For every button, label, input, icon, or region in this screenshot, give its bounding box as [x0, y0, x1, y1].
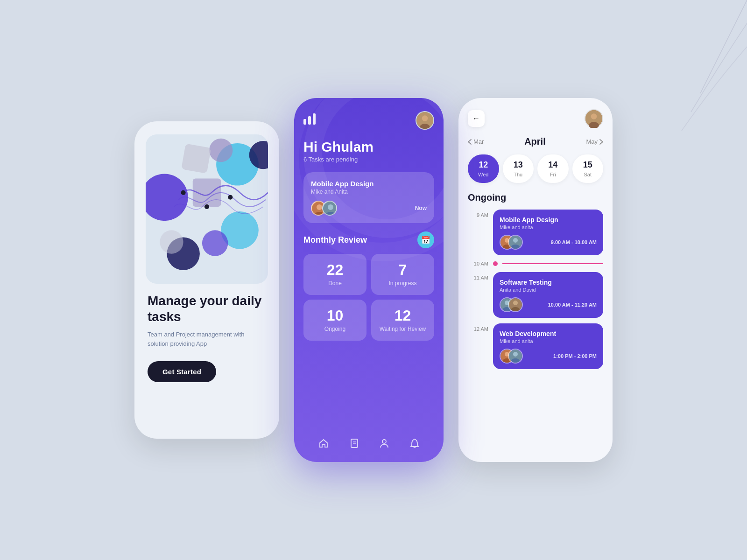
mobile-app-avatars — [500, 235, 519, 250]
software-sub: Anita and David — [500, 287, 597, 293]
svg-point-36 — [513, 238, 518, 243]
svg-point-48 — [513, 352, 518, 357]
phone-onboarding: Manage your daily tasks Team and Project… — [134, 121, 279, 439]
stat-inprogress-label: In progress — [388, 280, 416, 287]
software-card-bottom: 10.00 AM - 11.20 AM — [500, 297, 597, 312]
get-started-button[interactable]: Get Started — [148, 361, 216, 382]
svg-point-10 — [181, 190, 186, 195]
greeting-section: Hi Ghulam 6 Tasks are pending — [303, 139, 434, 163]
avatar-anita — [322, 201, 337, 216]
day-14-num: 14 — [548, 160, 557, 170]
nav-docs-icon[interactable] — [350, 438, 359, 451]
greeting-title: Hi Ghulam — [303, 139, 434, 155]
prev-month-label: Mar — [473, 138, 484, 145]
timeline-row: 10 AM — [468, 261, 603, 266]
day-15[interactable]: 15 Sat — [572, 154, 604, 183]
webdev-title: Web Development — [500, 330, 597, 337]
webdev-avatars — [500, 349, 519, 364]
mobile-app-time: 9.00 AM - 10.00 AM — [551, 239, 597, 245]
stat-ongoing[interactable]: 10 Ongoing — [303, 300, 366, 341]
monthly-header: Monthly Review 📅 — [303, 231, 434, 248]
avatar-david — [508, 297, 523, 312]
task-members: Mike and Anita — [311, 189, 427, 195]
svg-point-30 — [591, 113, 597, 119]
task-title: Mobile App Design — [311, 180, 427, 188]
mobile-app-sub: Mike and anita — [500, 224, 597, 230]
stat-done-label: Done — [328, 280, 342, 287]
stat-ongoing-label: Ongoing — [324, 326, 345, 332]
calendar-topbar: ← — [468, 109, 603, 128]
tasks-pending: 6 Tasks are pending — [303, 156, 434, 163]
next-month-btn[interactable]: May — [586, 138, 603, 145]
calendar-icon[interactable]: 📅 — [417, 231, 434, 248]
bg-decoration — [607, 0, 747, 140]
svg-point-17 — [422, 115, 428, 121]
timeline-dot — [493, 261, 498, 266]
prev-month-btn[interactable]: Mar — [468, 138, 484, 145]
task-time: Now — [415, 205, 427, 211]
stat-ongoing-number: 10 — [327, 308, 344, 323]
timeline-line — [502, 263, 603, 264]
stats-grid: 22 Done 7 In progress 10 Ongoing 12 Wait… — [303, 254, 434, 341]
nav-home-icon[interactable] — [318, 438, 329, 451]
task-card[interactable]: Mobile App Design Mike and Anita — [303, 172, 434, 223]
phone-dashboard: Hi Ghulam 6 Tasks are pending Mobile App… — [294, 98, 444, 462]
nav-bell-icon[interactable] — [410, 438, 419, 451]
avatar-anita-web — [508, 349, 523, 364]
day-12[interactable]: 12 Wed — [468, 154, 499, 183]
svg-point-23 — [328, 204, 333, 210]
schedule-card-mobile-app[interactable]: Mobile App Design Mike and anita — [493, 210, 603, 255]
dashboard-topbar — [303, 111, 434, 130]
schedule-card-webdev[interactable]: Web Development Mike and anita — [493, 323, 603, 369]
phones-container: Manage your daily tasks Team and Project… — [134, 98, 613, 462]
schedule-row-9am: 9 AM Mobile App Design Mike and anita — [468, 210, 603, 255]
stat-inprogress-number: 7 — [399, 262, 407, 277]
schedule-card-software[interactable]: Software Testing Anita and David — [493, 272, 603, 318]
next-month-label: May — [586, 138, 598, 145]
monthly-title: Monthly Review — [303, 235, 367, 245]
task-card-bottom: Now — [311, 201, 427, 216]
stat-done[interactable]: 22 Done — [303, 254, 366, 295]
nav-profile-icon[interactable] — [380, 438, 389, 451]
stat-done-number: 22 — [327, 262, 344, 277]
chart-icon — [303, 113, 317, 127]
svg-point-20 — [317, 204, 322, 210]
time-11am: 11 AM — [468, 272, 488, 280]
day-14[interactable]: 14 Fri — [537, 154, 569, 183]
svg-point-2 — [209, 139, 233, 162]
schedule-row-12am: 12 AM Web Development Mike and anita — [468, 323, 603, 369]
svg-rect-14 — [308, 116, 311, 125]
illustration — [146, 134, 268, 284]
bottom-nav — [303, 432, 434, 453]
svg-rect-7 — [202, 230, 228, 256]
day-15-label: Sat — [584, 172, 592, 177]
avatar-anita-cal — [508, 235, 523, 250]
svg-point-11 — [204, 204, 209, 209]
month-title: April — [524, 136, 546, 147]
phone1-title: Manage your daily tasks — [148, 293, 266, 324]
schedule-list: 9 AM Mobile App Design Mike and anita — [468, 210, 603, 453]
software-avatars — [500, 297, 519, 312]
svg-rect-13 — [303, 119, 306, 125]
svg-point-28 — [382, 440, 386, 443]
svg-rect-25 — [351, 439, 358, 448]
back-button[interactable]: ← — [468, 110, 485, 127]
svg-rect-15 — [313, 113, 316, 125]
day-13-num: 13 — [514, 160, 523, 170]
mobile-app-card-bottom: 9.00 AM - 10.00 AM — [500, 235, 597, 250]
day-13-label: Thu — [514, 172, 522, 177]
webdev-card-bottom: 1:00 PM - 2:00 PM — [500, 349, 597, 364]
svg-rect-3 — [181, 144, 211, 174]
webdev-sub: Mike and anita — [500, 338, 597, 344]
task-avatars — [311, 201, 333, 216]
time-9am: 9 AM — [468, 210, 488, 218]
day-12-num: 12 — [479, 160, 488, 170]
month-nav: Mar April May — [468, 136, 603, 147]
user-avatar — [416, 111, 434, 130]
stat-waiting[interactable]: 12 Waiting for Review — [371, 300, 434, 341]
day-13[interactable]: 13 Thu — [503, 154, 534, 183]
phone1-subtitle: Team and Project management with solutio… — [148, 330, 266, 348]
stat-inprogress[interactable]: 7 In progress — [371, 254, 434, 295]
stat-waiting-label: Waiting for Review — [380, 326, 426, 332]
phone-calendar: ← Mar April May 12 — [458, 98, 613, 462]
